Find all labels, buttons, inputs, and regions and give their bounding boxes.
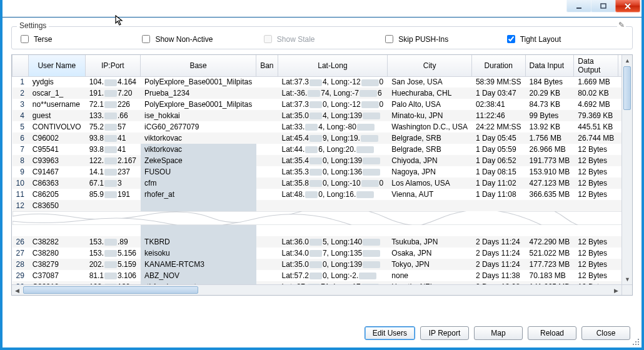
cell-ip: 122.2.167 [85, 155, 140, 166]
cell-duration: 2 Days 11:24 [471, 236, 525, 248]
pencil-icon[interactable]: ✎ [617, 21, 626, 29]
skip-push-ins-input[interactable] [385, 35, 393, 43]
table-row[interactable]: 3no**username72.1226PolyExplore_Base0001… [13, 99, 622, 110]
vscroll-thumb[interactable] [623, 66, 631, 110]
row-number: 2 [13, 88, 29, 99]
col-data-output[interactable]: Data Output [574, 55, 618, 76]
ip-report-button[interactable]: IP Report [420, 326, 469, 340]
table-row[interactable]: 10C8636367.13cfmLat:35.80, Long:-100Los … [13, 178, 622, 189]
resize-grip-icon[interactable] [631, 338, 639, 345]
title-bar[interactable]: NTRIP Client List [3, 0, 641, 18]
cell-ip: 133..66 [85, 110, 140, 121]
cell-duration: 1 Day 03:47 [471, 88, 525, 99]
cell-latlong: Lat:33.4, Long:-80 [278, 121, 388, 132]
maximize-button[interactable] [591, 0, 616, 12]
scroll-right-icon[interactable]: ▶ [611, 285, 621, 296]
table-row[interactable] [13, 225, 622, 236]
scroll-up-icon[interactable]: ▲ [622, 55, 633, 66]
table-row[interactable]: 27C38280153.5.156keisokuLat:34.07, Long:… [13, 248, 622, 259]
header-row: User Name IP:Port Base Ban Lat-Long City… [13, 55, 622, 76]
cell-user: C86363 [28, 178, 85, 189]
col-ip-port[interactable]: IP:Port [85, 55, 140, 76]
cell-user: C38282 [28, 236, 85, 248]
table-row[interactable]: 4guest133..66ise_hokkaiLat:35.04, Long:1… [13, 110, 622, 121]
col-duration[interactable]: Duration [471, 55, 525, 76]
table-row[interactable]: 1yydgis104.4.164PolyExplore_Base0001_Mil… [13, 76, 622, 88]
tight-layout-input[interactable] [507, 35, 515, 43]
show-non-active-input[interactable] [142, 35, 150, 43]
cell-data-out: 12 Bytes [574, 144, 618, 155]
table-row[interactable]: 28C38279202.5.159KANAME-RTCM3Lat:35.00, … [13, 259, 622, 270]
cell-duration: 2 Days 11:38 [471, 270, 525, 281]
cell-base: PolyExplore_Base0001_Milpitas [141, 99, 256, 110]
minimize-button[interactable] [566, 0, 591, 12]
cell-latlong [278, 225, 388, 236]
cell-duration: 1 Day 11:08 [471, 189, 525, 200]
table-row[interactable]: 11C8620585.9191rhofer_atLat:48.0, Long:1… [13, 189, 622, 200]
cell-ip [85, 225, 140, 236]
tight-layout-checkbox[interactable]: Tight Layout [505, 33, 626, 45]
table-row[interactable]: 9C9146714.1237FUSOULat:35.30, Long:136Na… [13, 166, 622, 178]
cell-data-in: 427.123 MB [525, 178, 574, 189]
cell-ban [256, 144, 278, 155]
dialog-buttons: Edit Users IP Report Map Reload Close [365, 326, 630, 340]
cell-base: keisoku [141, 248, 256, 259]
row-number: 28 [13, 259, 29, 270]
skip-push-ins-checkbox[interactable]: Skip PUSH-Ins [383, 33, 504, 45]
table-row[interactable]: 7C9554193.841viktorkovacLat:44.6, Long:2… [13, 144, 622, 155]
map-button[interactable]: Map [474, 326, 523, 340]
cell-ip: 14.1237 [85, 166, 140, 178]
cell-duration: 24:22 MM:SS [471, 121, 525, 132]
cell-data-in: 99 Bytes [525, 110, 574, 121]
cell-duration: 1 Day 06:52 [471, 155, 525, 166]
cell-data-out: 12 Bytes [574, 270, 618, 281]
cell-duration [471, 225, 525, 236]
row-number: 7 [13, 144, 29, 155]
scroll-down-icon[interactable]: ▼ [622, 274, 633, 284]
row-number: 29 [13, 270, 29, 281]
col-ban[interactable]: Ban [256, 55, 278, 76]
cell-ip: 85.9191 [85, 189, 140, 200]
show-non-active-checkbox[interactable]: Show Non-Active [139, 33, 261, 45]
cell-data-in: 1.756 MB [525, 132, 574, 144]
row-number: 3 [13, 99, 29, 110]
vertical-scrollbar[interactable]: ▲ ▼ [621, 55, 632, 284]
table-row[interactable]: 5CONTIVOLVO75.257iCG60_2677079Lat:33.4, … [13, 121, 622, 132]
terse-input[interactable] [21, 35, 29, 43]
table-row[interactable]: 29C3708781.13.106ABZ_NOVLat:57.20, Long:… [13, 270, 622, 281]
table-row[interactable]: 6C9600293.841viktorkovacLat:45.49, Long:… [13, 132, 622, 144]
col-base[interactable]: Base [141, 55, 256, 76]
reload-button[interactable]: Reload [528, 326, 576, 340]
col-lat-long[interactable]: Lat-Long [278, 55, 388, 76]
close-dialog-button[interactable]: Close [581, 326, 630, 340]
cell-ban [256, 166, 278, 178]
horizontal-scrollbar[interactable]: ◀ ▶ [12, 284, 621, 295]
table-row[interactable]: 26C38282153..89TKBRDLat:36.05, Long:140T… [13, 236, 622, 248]
cell-base: ABZ_NOV [141, 270, 256, 281]
close-button[interactable] [615, 0, 640, 12]
col-user-name[interactable]: User Name [28, 55, 85, 76]
cell-latlong [278, 200, 388, 211]
cell-latlong: Lat:57.20, Long:-2. [278, 270, 388, 281]
terse-checkbox[interactable]: Terse [18, 33, 139, 45]
row-number: 26 [13, 236, 29, 248]
col-number[interactable] [13, 55, 29, 76]
cell-data-out: 445.51 KB [574, 121, 618, 132]
scroll-left-icon[interactable]: ◀ [12, 285, 23, 296]
svg-rect-1 [601, 4, 606, 8]
client-table: User Name IP:Port Base Ban Lat-Long City… [11, 54, 633, 296]
cell-base: cfm [141, 178, 256, 189]
table-row[interactable]: 2oscar_1_191.7.20Prueba_1234Lat:-36.74, … [13, 88, 622, 99]
edit-users-button[interactable]: Edit Users [365, 326, 415, 340]
table-row[interactable]: 12C83650 [13, 200, 622, 211]
cell-city [388, 225, 472, 236]
col-data-input[interactable]: Data Input [525, 55, 574, 76]
col-city[interactable]: City [388, 55, 472, 76]
cell-ban [256, 200, 278, 211]
table-row[interactable]: 8C93963122.2.167ZekeSpaceLat:35.40, Long… [13, 155, 622, 166]
hscroll-thumb[interactable] [23, 286, 198, 294]
cell-ip: 72.1226 [85, 99, 140, 110]
row-number: 4 [13, 110, 29, 121]
cell-city: Belgrade, SRB [388, 132, 472, 144]
row-number: 10 [13, 178, 29, 189]
